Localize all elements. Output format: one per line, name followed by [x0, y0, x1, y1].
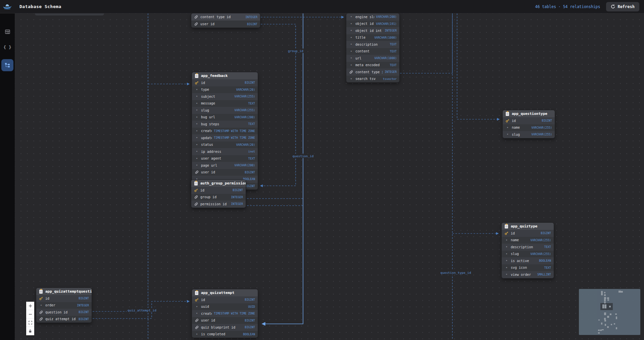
foreign-key-icon [39, 310, 43, 314]
table-node-partial[interactable]: content_type_idINTEGERuser_idBIGINT [191, 13, 260, 28]
table-name: app_quizattemptquestion [45, 289, 92, 294]
column-name: svg_icon [511, 266, 527, 269]
column-row-quiz_attempt_id: quiz_attempt_idBIGINT [36, 316, 92, 323]
zoom-in-button[interactable] [26, 302, 34, 310]
column-name: name [512, 126, 520, 129]
column-bullet-icon: • [350, 15, 352, 18]
column-row-message: •messageTEXT [192, 100, 258, 107]
column-bullet-icon: • [506, 133, 508, 136]
column-type: VARCHAR(191) [376, 22, 397, 26]
column-bullet-icon: • [196, 109, 198, 112]
table-node-app_feedback[interactable]: app_feedbackidBIGINT•typeVARCHAR(20)•sub… [192, 72, 258, 189]
refresh-button[interactable]: Refresh [606, 2, 639, 11]
column-type: VARCHAR(255) [531, 239, 551, 242]
column-row-question_id: question_idBIGINT [36, 309, 92, 316]
foreign-key-icon [349, 70, 353, 74]
primary-key-icon [195, 298, 199, 302]
app-logo[interactable] [0, 0, 15, 13]
column-bullet-icon: • [350, 63, 352, 67]
table-header[interactable]: app_questiontype [503, 110, 555, 117]
column-bullet-icon: • [505, 273, 507, 276]
sidebar-item-schema-diagram[interactable] [1, 59, 13, 71]
table-header[interactable]: app_quizattempt [192, 289, 258, 296]
sidebar-item-tables[interactable] [1, 26, 13, 38]
table-header[interactable]: app_feedback [192, 72, 258, 79]
refresh-icon [611, 4, 615, 9]
column-type: INTEGER [385, 70, 397, 74]
table-node-app_quizattemptquestion[interactable]: app_quizattemptquestionidBIGINT•orderINT… [36, 288, 92, 323]
column-name: order [45, 303, 55, 307]
schema-canvas[interactable] [15, 13, 644, 340]
column-row-content: •contentTEXT [346, 48, 399, 55]
column-row-slug: •slugVARCHAR(255) [502, 251, 554, 258]
column-type: TEXT [544, 245, 551, 249]
minimap-table-mark [607, 297, 609, 299]
table-node-app_quizattempt[interactable]: app_quizattemptidBIGINT•uuidUUID•created… [192, 289, 258, 338]
column-row-created_at: •created_atTIMESTAMP WITH TIME ZONE [192, 128, 258, 135]
fit-view-button[interactable] [26, 318, 34, 327]
fit-view-icon [29, 321, 32, 325]
primary-key-icon [504, 231, 509, 235]
column-row-title: •titleVARCHAR(1000) [346, 34, 399, 41]
column-name: is_active [511, 259, 529, 263]
table-node-auth_group_permissions[interactable]: auth_group_permissionsidBIGINTgroup_idIN… [191, 180, 246, 208]
foreign-key-icon [195, 326, 199, 329]
column-row-id: idBIGINT [36, 295, 92, 302]
column-type: BIGINT [245, 184, 255, 188]
minus-icon [29, 312, 32, 316]
column-type: VARCHAR(20) [236, 143, 255, 146]
column-row-name: •nameVARCHAR(255) [502, 237, 554, 244]
column-row-meta_encoded: •meta_encodedTEXT [346, 62, 399, 69]
column-type: INTEGER [245, 15, 257, 19]
minimap-table-mark [604, 302, 606, 303]
column-bullet-icon: • [505, 245, 507, 249]
column-row-content_type_id: content_type_idINTEGER [191, 13, 260, 20]
minimap-table-mark [607, 299, 609, 301]
foreign-key-icon [39, 317, 43, 321]
minimap[interactable] [579, 289, 640, 335]
minimap-table-mark [614, 323, 615, 325]
column-name: subject [201, 95, 215, 98]
column-type: BIGINT [245, 326, 255, 329]
column-row-object_id: •object_idVARCHAR(191) [346, 20, 399, 28]
column-bullet-icon: • [196, 150, 198, 153]
column-name: id [511, 231, 515, 235]
column-type: INTEGER [231, 202, 243, 206]
table-node-app_questiontype[interactable]: app_questiontypeidBIGINT•nameVARCHAR(255… [503, 110, 555, 138]
table-node-partial[interactable]: •engine_slugVARCHAR(200)•object_idVARCHA… [346, 13, 399, 82]
table-node-app_quiztype[interactable]: app_quiztypeidBIGINT•nameVARCHAR(255)•de… [502, 223, 554, 278]
column-row-view_order: •view_orderSMALLINT [502, 271, 554, 278]
column-bullet-icon: • [196, 116, 198, 119]
minimap-table-mark [604, 320, 606, 322]
column-type: VARCHAR(200) [235, 164, 255, 167]
column-name: permission_id [200, 202, 227, 206]
column-name: description [511, 245, 533, 249]
sidebar-item-json[interactable]: { } [1, 41, 13, 53]
canvas-controls [26, 302, 34, 335]
column-type: BIGINT [542, 119, 552, 122]
table-header[interactable]: auth_group_permissions [191, 180, 246, 187]
column-name: id [512, 119, 516, 123]
column-type: TIMESTAMP WITH TIME ZONE [214, 136, 255, 139]
column-name: id [200, 188, 204, 192]
column-type: BIGINT [247, 23, 257, 26]
column-type: VARCHAR(255) [532, 126, 552, 129]
column-type: TEXT [248, 102, 255, 105]
column-bullet-icon: • [505, 239, 507, 242]
column-row-updated_at: •updated_atTIMESTAMP WITH TIME ZONE [192, 134, 258, 141]
column-row-created_at: •created_atTIMESTAMP WITH TIME ZONE [192, 310, 258, 317]
column-type: TEXT [544, 266, 551, 269]
table-header[interactable]: app_quiztype [502, 223, 554, 230]
column-name: slug [201, 109, 209, 112]
column-type: BIGINT [245, 298, 255, 301]
column-name: content_type_id [355, 70, 383, 74]
table-header[interactable]: app_quizattemptquestion [36, 288, 92, 295]
lock-button[interactable] [26, 327, 34, 335]
primary-key-icon [505, 119, 510, 123]
table-icon [506, 112, 509, 116]
column-name: id [201, 298, 205, 302]
minimap-table-mark [598, 320, 600, 321]
zoom-out-button[interactable] [26, 310, 34, 318]
column-type: TEXT [248, 157, 255, 160]
column-bullet-icon: • [196, 95, 198, 98]
